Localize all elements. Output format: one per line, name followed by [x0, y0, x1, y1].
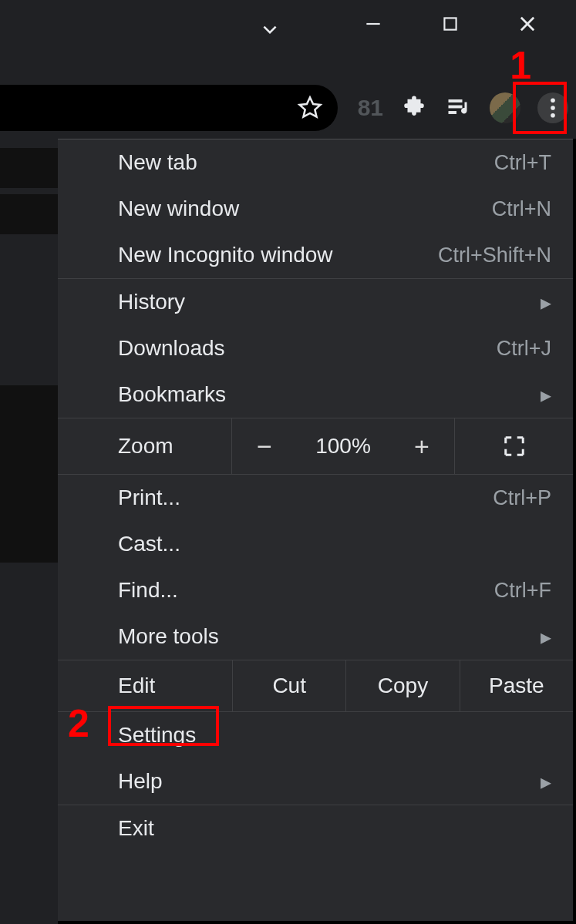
browser-chrome: 81	[0, 0, 576, 139]
bg-bar	[0, 148, 58, 188]
submenu-arrow-icon: ▸	[541, 769, 551, 795]
menu-new-tab[interactable]: New tab Ctrl+T	[58, 139, 573, 186]
menu-item-label: Bookmarks	[118, 382, 541, 407]
menu-item-shortcut: Ctrl+J	[497, 337, 551, 361]
media-control-button[interactable]	[445, 94, 473, 122]
zoom-in-button[interactable]: +	[389, 418, 454, 474]
menu-print[interactable]: Print... Ctrl+P	[58, 475, 573, 521]
menu-new-window[interactable]: New window Ctrl+N	[58, 186, 573, 232]
menu-zoom-row: Zoom − 100% +	[58, 418, 573, 474]
menu-more-tools[interactable]: More tools ▸	[58, 613, 573, 660]
bg-bar	[0, 194, 58, 234]
bg-bar	[0, 385, 58, 563]
fullscreen-icon	[503, 435, 526, 458]
kebab-icon	[550, 98, 556, 118]
puzzle-icon	[401, 95, 427, 121]
zoom-label: Zoom	[58, 418, 232, 474]
menu-item-shortcut: Ctrl+Shift+N	[438, 244, 551, 267]
minimize-button[interactable]	[362, 12, 385, 35]
menu-bookmarks[interactable]: Bookmarks ▸	[58, 371, 573, 418]
menu-help[interactable]: Help ▸	[58, 758, 573, 805]
maximize-icon	[440, 14, 460, 34]
menu-item-label: History	[118, 290, 541, 314]
close-button[interactable]	[516, 12, 539, 35]
submenu-arrow-icon: ▸	[541, 624, 551, 650]
menu-exit[interactable]: Exit	[58, 805, 573, 852]
maximize-button[interactable]	[439, 12, 462, 35]
svg-point-6	[551, 106, 555, 110]
star-icon	[297, 95, 323, 121]
svg-point-5	[551, 98, 555, 102]
menu-item-label: More tools	[118, 624, 541, 649]
address-bar[interactable]	[0, 85, 338, 131]
edit-copy-button[interactable]: Copy	[345, 660, 459, 711]
bookmark-star-button[interactable]	[296, 94, 324, 122]
menu-edit-row: Edit Cut Copy Paste	[58, 660, 573, 712]
submenu-arrow-icon: ▸	[541, 290, 551, 315]
fullscreen-button[interactable]	[454, 418, 573, 474]
menu-history[interactable]: History ▸	[58, 279, 573, 325]
menu-item-shortcut: Ctrl+F	[494, 579, 551, 603]
chrome-menu-button[interactable]	[537, 92, 568, 123]
menu-item-shortcut: Ctrl+N	[492, 197, 551, 221]
menu-item-label: Downloads	[118, 336, 497, 361]
menu-settings[interactable]: Settings	[58, 712, 573, 758]
svg-point-7	[551, 113, 555, 118]
menu-item-label: New tab	[118, 150, 494, 175]
edit-label: Edit	[58, 660, 232, 711]
chevron-down-icon	[260, 20, 280, 40]
menu-item-label: Find...	[118, 578, 494, 603]
browser-toolbar: 81	[0, 85, 576, 131]
menu-new-incognito[interactable]: New Incognito window Ctrl+Shift+N	[58, 232, 573, 278]
menu-item-label: Exit	[118, 816, 551, 841]
menu-item-shortcut: Ctrl+T	[494, 151, 551, 175]
edit-cut-button[interactable]: Cut	[232, 660, 345, 711]
menu-item-shortcut: Ctrl+P	[493, 486, 551, 510]
extensions-count[interactable]: 81	[358, 95, 383, 121]
menu-item-label: Cast...	[118, 532, 551, 556]
chrome-main-menu: New tab Ctrl+T New window Ctrl+N New Inc…	[58, 139, 573, 921]
edit-paste-button[interactable]: Paste	[460, 660, 573, 711]
menu-item-label: Help	[118, 769, 541, 794]
menu-cast[interactable]: Cast...	[58, 521, 573, 567]
minimize-icon	[363, 14, 383, 34]
menu-item-label: New window	[118, 197, 492, 221]
extensions-button[interactable]	[400, 94, 428, 122]
menu-find[interactable]: Find... Ctrl+F	[58, 567, 573, 613]
svg-rect-1	[444, 18, 456, 29]
menu-item-label: Print...	[118, 486, 493, 510]
menu-item-label: New Incognito window	[118, 243, 438, 267]
close-icon	[517, 13, 538, 35]
zoom-percent: 100%	[297, 418, 389, 474]
zoom-out-button[interactable]: −	[232, 418, 297, 474]
menu-downloads[interactable]: Downloads Ctrl+J	[58, 325, 573, 371]
submenu-arrow-icon: ▸	[541, 382, 551, 408]
window-caption-buttons	[362, 12, 576, 35]
tab-search-button[interactable]	[258, 18, 281, 42]
profile-avatar[interactable]	[490, 92, 520, 123]
menu-item-label: Settings	[118, 723, 551, 748]
media-list-icon	[445, 94, 473, 122]
